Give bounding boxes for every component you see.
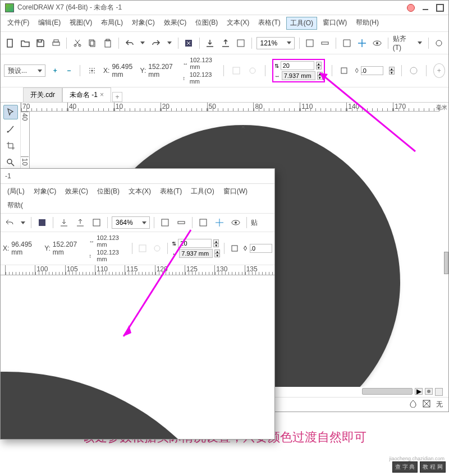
crop-tool-icon[interactable] bbox=[3, 138, 18, 153]
menu-edit[interactable]: 编辑(E) bbox=[35, 17, 64, 30]
object-color-icon[interactable] bbox=[409, 64, 419, 77]
export-icon[interactable] bbox=[74, 216, 87, 229]
zoom-combo[interactable] bbox=[256, 37, 295, 49]
popup-align[interactable]: 贴 bbox=[251, 218, 258, 228]
align-dropdown-icon[interactable] bbox=[418, 41, 422, 44]
import-icon[interactable] bbox=[57, 216, 71, 229]
copy-icon[interactable] bbox=[86, 36, 98, 50]
popup-outline-input[interactable] bbox=[250, 244, 272, 253]
menu-text[interactable]: 文本(X) bbox=[125, 186, 154, 197]
direct-blend-icon[interactable] bbox=[228, 242, 241, 255]
spinner[interactable]: ▲▼ bbox=[214, 249, 220, 257]
popup-circle-edge[interactable] bbox=[1, 372, 259, 439]
cut-icon[interactable] bbox=[71, 36, 83, 50]
outline-input[interactable] bbox=[361, 66, 383, 75]
menu-layout[interactable]: (局(L) bbox=[4, 186, 28, 197]
menu-bitmap[interactable]: 位图(B) bbox=[94, 186, 123, 197]
height-value[interactable]: 102.123 mm bbox=[97, 249, 128, 262]
menu-file[interactable]: 文件(F) bbox=[4, 17, 33, 30]
align-label[interactable]: 贴齐(T) bbox=[393, 34, 413, 52]
width-value[interactable]: 102.123 mm bbox=[190, 57, 217, 70]
y-value[interactable]: 152.207 mm bbox=[148, 63, 177, 78]
snap-icon[interactable] bbox=[341, 36, 352, 50]
fullscreen-icon[interactable] bbox=[304, 36, 315, 50]
preset-combo[interactable]: 预设... bbox=[4, 64, 45, 77]
print-icon[interactable] bbox=[50, 36, 62, 50]
rulers-icon[interactable] bbox=[175, 216, 188, 229]
popup-canvas[interactable]: 100 105 110 115 120 125 130 135 bbox=[1, 265, 274, 439]
menu-tools[interactable]: 工具(O) bbox=[286, 17, 317, 30]
x-value[interactable]: 96.495 mm bbox=[11, 241, 41, 256]
menu-bitmap[interactable]: 位图(B) bbox=[192, 17, 221, 30]
publish-pdf-icon[interactable] bbox=[235, 36, 246, 50]
menu-help[interactable]: 帮助( bbox=[4, 200, 26, 211]
add-preset-button[interactable]: + bbox=[51, 66, 59, 76]
redo-icon[interactable] bbox=[150, 36, 162, 50]
search-content-icon[interactable] bbox=[35, 216, 49, 229]
offset-spinner[interactable]: ▲▼ bbox=[317, 72, 323, 80]
popup-zoom-input[interactable] bbox=[116, 219, 140, 227]
publish-icon[interactable] bbox=[90, 216, 103, 229]
docker-handle[interactable] bbox=[444, 252, 448, 274]
eye-icon[interactable] bbox=[372, 36, 383, 50]
guidelines-icon[interactable] bbox=[356, 36, 368, 50]
fullscreen-icon[interactable] bbox=[158, 216, 172, 229]
maximize-button[interactable] bbox=[436, 4, 444, 12]
search-content-icon[interactable] bbox=[182, 36, 194, 50]
shape-tool-icon[interactable] bbox=[3, 122, 18, 136]
paste-icon[interactable] bbox=[102, 36, 114, 50]
hscroll-menu-icon[interactable] bbox=[425, 388, 433, 395]
add-tab-button[interactable]: + bbox=[112, 92, 122, 102]
y-value[interactable]: 152.207 mm bbox=[53, 241, 86, 256]
minimize-button[interactable] bbox=[421, 4, 429, 12]
undo-icon[interactable] bbox=[123, 36, 135, 50]
popup-ruler[interactable]: 100 105 110 115 120 125 130 135 bbox=[1, 265, 274, 275]
menu-window[interactable]: 窗口(W) bbox=[319, 17, 350, 30]
hscroll-right-icon[interactable]: ▶ bbox=[415, 388, 423, 395]
blend-direction-icon[interactable] bbox=[231, 64, 241, 77]
eye-icon[interactable] bbox=[229, 216, 242, 229]
menu-window[interactable]: 窗口(W) bbox=[220, 186, 251, 197]
menu-help[interactable]: 帮助(H) bbox=[352, 17, 382, 30]
new-icon[interactable] bbox=[4, 36, 16, 50]
menu-object[interactable]: 对象(C) bbox=[30, 186, 60, 197]
dropdown-icon[interactable] bbox=[38, 70, 42, 72]
undo-icon[interactable] bbox=[3, 216, 16, 229]
export-icon[interactable] bbox=[219, 36, 231, 50]
more-options-button[interactable]: + bbox=[433, 63, 445, 78]
blend-loop-icon[interactable] bbox=[152, 242, 164, 255]
spinner[interactable]: ▲▼ bbox=[213, 239, 219, 247]
outline-spinner[interactable]: ▲▼ bbox=[389, 67, 395, 75]
menu-tools[interactable]: 工具(O) bbox=[187, 186, 217, 197]
blend-icon[interactable] bbox=[136, 242, 149, 255]
blend-loop-icon[interactable] bbox=[248, 64, 258, 77]
blend-direct-icon[interactable] bbox=[339, 64, 350, 77]
popup-offset-input[interactable] bbox=[179, 249, 213, 258]
redo-dropdown-icon[interactable] bbox=[167, 41, 172, 44]
menu-table[interactable]: 表格(T) bbox=[255, 17, 283, 30]
dropdown-icon[interactable] bbox=[21, 221, 25, 224]
zoom-input[interactable] bbox=[260, 39, 285, 47]
width-value[interactable]: 102.123 mm bbox=[97, 234, 128, 248]
tab-1[interactable]: 开关.cdr bbox=[23, 87, 62, 102]
menu-view[interactable]: 视图(V) bbox=[66, 17, 95, 30]
import-icon[interactable] bbox=[204, 36, 216, 50]
open-icon[interactable] bbox=[19, 36, 31, 50]
save-icon[interactable] bbox=[35, 36, 47, 50]
pick-tool-icon[interactable] bbox=[3, 105, 18, 119]
guidelines-icon[interactable] bbox=[213, 216, 226, 229]
menu-table[interactable]: 表格(T) bbox=[157, 186, 185, 197]
remove-preset-button[interactable]: − bbox=[65, 66, 72, 76]
dropdown-icon[interactable] bbox=[287, 41, 291, 44]
user-icon[interactable] bbox=[407, 4, 415, 12]
offset-input[interactable] bbox=[282, 71, 315, 80]
menu-effect[interactable]: 效果(C) bbox=[161, 17, 190, 30]
horizontal-ruler[interactable]: 70 40 10 20 50 80 110 140 170 bbox=[21, 103, 439, 112]
menu-effect[interactable]: 效果(C) bbox=[62, 186, 91, 197]
tab-2[interactable]: 未命名 -1× bbox=[62, 87, 111, 102]
popup-steps-input[interactable] bbox=[178, 239, 212, 248]
height-value[interactable]: 102.123 mm bbox=[190, 71, 217, 85]
snap-icon[interactable] bbox=[196, 216, 210, 229]
menu-text[interactable]: 文本(X) bbox=[223, 17, 253, 30]
dropdown-icon[interactable] bbox=[142, 221, 146, 224]
